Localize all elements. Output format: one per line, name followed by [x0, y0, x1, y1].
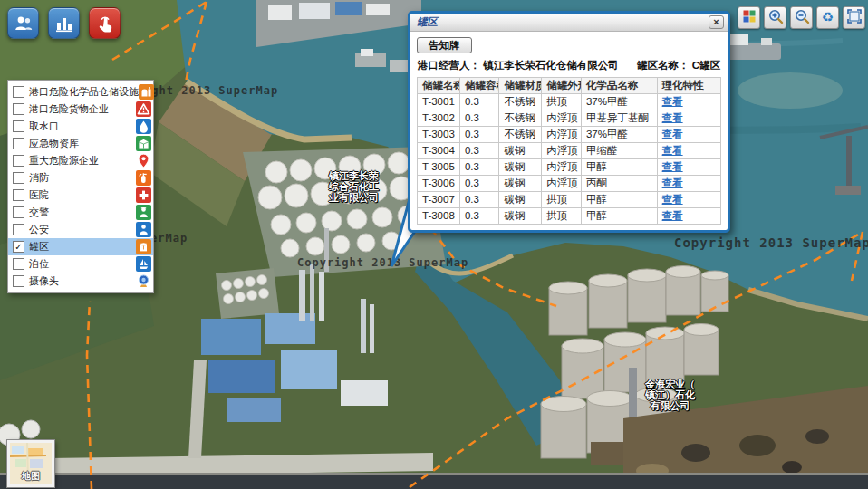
layer-checkbox[interactable] — [13, 138, 24, 149]
layer-label: 交警 — [29, 206, 49, 219]
tank-shape-cell: 内浮顶 — [542, 143, 582, 159]
layer-item[interactable]: 港口危险货物企业 — [8, 101, 153, 118]
layer-label: 港口危险货物企业 — [29, 102, 109, 116]
layer-checkbox[interactable] — [13, 120, 24, 132]
notice-board-button[interactable]: 告知牌 — [417, 37, 472, 53]
layer-checkbox[interactable] — [13, 155, 24, 167]
tank-area-icon — [136, 239, 151, 254]
tank-shape-cell: 内浮顶 — [542, 176, 582, 192]
app-window: Copyright 2013 SuperMap Copyright 2013 S… — [0, 0, 868, 489]
layer-label: 罐区 — [29, 240, 49, 254]
dialog-titlebar[interactable]: 罐区 × — [410, 14, 728, 32]
view-link[interactable]: 查看 — [662, 194, 683, 205]
view-link[interactable]: 查看 — [662, 161, 683, 172]
map-controls: ♻ — [738, 6, 868, 29]
statistics-button[interactable] — [48, 7, 80, 39]
tank-volume-cell: 0.3 — [459, 143, 499, 159]
tank-volume-cell: 0.3 — [459, 159, 499, 176]
layer-item[interactable]: 公安 — [8, 221, 153, 238]
layer-checkbox[interactable] — [13, 241, 24, 253]
zoom-in-button[interactable] — [764, 6, 786, 29]
full-extent-button[interactable] — [843, 6, 865, 29]
layer-item[interactable]: 重大危险源企业 — [8, 152, 153, 169]
layer-item[interactable]: 取水口 — [8, 118, 153, 135]
operator-label: 港口经营人： — [418, 60, 480, 71]
properties-cell: 查看 — [657, 127, 720, 143]
main-toolbar — [7, 7, 121, 39]
table-row: T-3004 0.3 碳钢 内浮顶 甲缩醛 查看 — [418, 143, 721, 159]
chemical-name-cell: 甲醇 — [581, 159, 657, 176]
view-link[interactable]: 查看 — [662, 112, 683, 123]
tank-material-cell: 碳钢 — [499, 159, 542, 176]
view-link[interactable]: 查看 — [662, 145, 683, 156]
properties-cell: 查看 — [657, 159, 720, 176]
layer-checkbox[interactable] — [13, 206, 24, 218]
contacts-button[interactable] — [7, 7, 39, 39]
layer-item[interactable]: 罐区 — [8, 238, 153, 255]
full-extent-icon — [846, 8, 863, 27]
view-link[interactable]: 查看 — [662, 177, 683, 188]
legend-button[interactable] — [738, 6, 760, 29]
column-header: 化学品名称 — [581, 78, 657, 94]
layer-item[interactable]: 医院 — [8, 187, 153, 204]
properties-cell: 查看 — [657, 176, 720, 192]
column-header: 储罐材质 — [499, 78, 542, 94]
recycle-icon: ♻ — [822, 11, 834, 24]
layer-checkbox[interactable] — [13, 258, 24, 270]
camera-icon — [136, 273, 151, 289]
tank-material-cell: 碳钢 — [499, 208, 542, 225]
layer-label: 取水口 — [29, 120, 59, 133]
layer-checkbox[interactable] — [13, 275, 24, 287]
tank-material-cell: 不锈钢 — [499, 94, 542, 110]
touch-icon — [94, 13, 116, 34]
layer-checkbox[interactable] — [13, 189, 24, 201]
layer-item[interactable]: 交警 — [8, 204, 153, 221]
tank-shape-cell: 拱顶 — [542, 94, 582, 110]
layer-item[interactable]: 应急物资库 — [8, 135, 153, 152]
zoom-out-button[interactable] — [790, 6, 813, 29]
properties-cell: 查看 — [657, 143, 720, 159]
dialog-body: 告知牌 港口经营人： 镇江李长荣石化仓储有限公司 罐区名称： C罐区 储罐名称 … — [410, 32, 728, 230]
operator-value: 镇江李长荣石化仓储有限公司 — [483, 60, 619, 71]
dialog-title: 罐区 — [417, 15, 438, 29]
bar-chart-icon — [53, 13, 75, 34]
tank-area-name-value: C罐区 — [692, 60, 720, 71]
tank-volume-cell: 0.3 — [459, 110, 499, 127]
tank-table-header-row: 储罐名称 储罐容积 储罐材质 储罐外形 化学品名称 理化特性 — [418, 78, 721, 94]
layer-label: 消防 — [29, 171, 49, 185]
tank-shape-cell: 内浮顶 — [542, 127, 582, 143]
tank-shape-cell: 内浮顶 — [542, 110, 582, 127]
emergency-supplies-icon — [136, 136, 151, 151]
storage-facility-icon — [139, 84, 154, 100]
close-button[interactable]: × — [709, 15, 724, 29]
tank-volume-cell: 0.3 — [459, 94, 499, 110]
chemical-name-cell: 甲醇 — [581, 192, 657, 208]
table-row: T-3006 0.3 碳钢 内浮顶 丙酮 查看 — [418, 176, 721, 192]
tank-material-cell: 不锈钢 — [499, 110, 542, 127]
layer-item[interactable]: 消防 — [8, 169, 153, 187]
chemical-name-cell: 37%甲醛 — [581, 127, 657, 143]
layer-checkbox[interactable] — [13, 224, 24, 235]
layer-item[interactable]: 泊位 — [8, 255, 153, 273]
tank-volume-cell: 0.3 — [459, 208, 499, 225]
table-row: T-3003 0.3 不锈钢 内浮顶 37%甲醛 查看 — [418, 127, 721, 143]
hazard-warning-icon — [136, 101, 151, 117]
layer-checkbox[interactable] — [13, 103, 24, 115]
layer-item[interactable]: 港口危险化学品仓储设施 — [8, 83, 153, 101]
view-link[interactable]: 查看 — [662, 96, 683, 107]
touch-mode-button[interactable] — [89, 7, 121, 39]
layer-checkbox[interactable] — [13, 172, 24, 184]
properties-cell: 查看 — [657, 110, 720, 127]
minimap-label: 地图 — [10, 470, 52, 483]
tank-name-cell: T-3001 — [418, 94, 460, 110]
layer-label: 重大危险源企业 — [29, 154, 99, 168]
tank-table-body: T-3001 0.3 不锈钢 拱顶 37%甲醛 查看 T-3002 — [418, 94, 721, 225]
zoom-out-icon — [794, 8, 810, 27]
minimap-button[interactable]: 地图 — [7, 440, 54, 487]
clear-button[interactable]: ♻ — [816, 6, 839, 29]
view-link[interactable]: 查看 — [662, 129, 683, 139]
layer-item[interactable]: 摄像头 — [8, 273, 153, 290]
view-link[interactable]: 查看 — [662, 210, 683, 221]
layer-label: 摄像头 — [29, 274, 59, 288]
layer-checkbox[interactable] — [13, 86, 24, 98]
